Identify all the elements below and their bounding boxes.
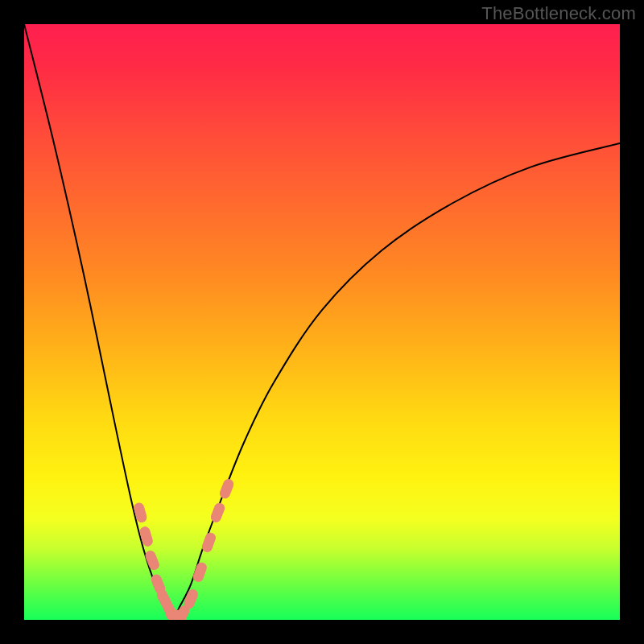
plot-area [24,24,620,620]
curve-marker [139,526,154,547]
curve-marker [192,561,208,583]
curve-marker [210,502,226,523]
watermark-text: TheBottleneck.com [481,3,636,24]
bottleneck-curve [24,24,620,620]
curve-marker [183,588,199,610]
curve-svg [24,24,620,620]
curve-marker [219,478,235,500]
chart-frame: TheBottleneck.com [0,0,644,644]
curve-marker [201,531,217,553]
